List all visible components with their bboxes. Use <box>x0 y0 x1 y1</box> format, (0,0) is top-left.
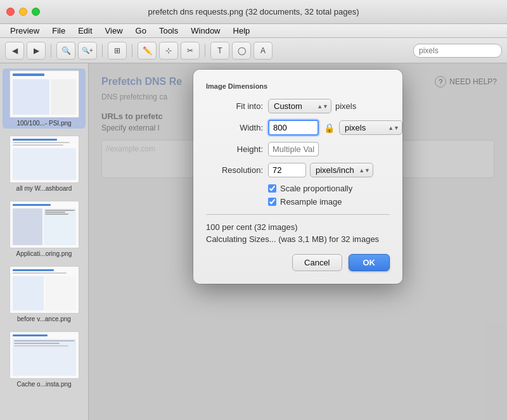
height-input[interactable] <box>268 142 319 156</box>
resolution-unit-select[interactable]: pixels/inch pixels/cm <box>310 163 373 177</box>
sidebar-item-4[interactable]: Cache o...insta.png <box>3 329 86 390</box>
thumbnail-2 <box>10 201 79 248</box>
width-label: Width: <box>206 123 263 132</box>
sidebar-label-4: Cache o...insta.png <box>16 381 71 388</box>
sidebar-label-3: before v...ance.png <box>17 315 71 322</box>
close-button[interactable] <box>6 8 15 16</box>
sidebar-label-2: Applicati...oring.png <box>16 250 72 257</box>
thumbnail-4 <box>10 331 79 379</box>
image-dimensions-dialog: Image Dimensions Fit into: Custom 640×48… <box>193 70 402 284</box>
resample-label: Resample image <box>280 197 342 207</box>
height-row: Height: <box>206 142 390 156</box>
back-button[interactable]: ◀ <box>5 42 24 60</box>
toolbar-separator-1 <box>51 44 51 57</box>
menu-preview[interactable]: Preview <box>5 25 44 36</box>
resolution-control: pixels/inch pixels/cm ▲▼ <box>268 163 390 177</box>
scale-checkbox[interactable] <box>268 184 276 193</box>
toolbar: ◀ ▶ 🔍 🔍+ ⊞ ✏️ ⊹ ✂ T ◯ A <box>0 38 507 63</box>
forward-button[interactable]: ▶ <box>27 42 46 60</box>
minimize-button[interactable] <box>19 8 27 16</box>
sidebar-label-1: all my W...ashboard <box>16 185 72 192</box>
sidebar-item-0[interactable]: 100/100...- PSI.png <box>3 68 86 129</box>
menu-window[interactable]: Window <box>186 25 225 36</box>
thumbnail-1 <box>10 136 79 183</box>
menu-edit[interactable]: Edit <box>73 25 97 36</box>
sidebar: 100/100...- PSI.png all my W...ashboard <box>0 63 89 420</box>
height-label: Height: <box>206 144 263 154</box>
menu-bar: Preview File Edit View Go Tools Window H… <box>0 24 507 38</box>
cancel-button[interactable]: Cancel <box>292 254 342 271</box>
search-box[interactable] <box>413 44 502 58</box>
resolution-unit-select-wrapper[interactable]: pixels/inch pixels/cm ▲▼ <box>310 163 373 177</box>
sidebar-item-1[interactable]: all my W...ashboard <box>3 134 86 194</box>
shapes-button[interactable]: ◯ <box>232 42 251 60</box>
resolution-row: Resolution: pixels/inch pixels/cm ▲▼ <box>206 163 390 177</box>
fit-into-row: Fit into: Custom 640×480 800×600 1024×76… <box>206 99 390 113</box>
fit-into-select[interactable]: Custom 640×480 800×600 1024×768 <box>268 99 331 113</box>
menu-file[interactable]: File <box>47 25 70 36</box>
width-control: 🔒 pixels inches cm ▲▼ <box>268 120 402 136</box>
ok-button[interactable]: OK <box>349 254 390 271</box>
main-layout: 100/100...- PSI.png all my W...ashboard <box>0 63 507 420</box>
scale-checkbox-row: Scale proportionally <box>268 184 390 193</box>
window-title: prefetch dns requests.png (32 documents,… <box>148 7 359 16</box>
fit-into-unit: pixels <box>335 101 356 111</box>
search-input[interactable] <box>419 46 496 55</box>
toolbar-separator-4 <box>205 44 205 57</box>
toolbar-separator-3 <box>132 44 132 57</box>
dialog-section-title: Image Dimensions <box>206 82 390 90</box>
zoom-out-button[interactable]: 🔍 <box>56 42 75 60</box>
thumbnail-0 <box>10 70 79 118</box>
sidebar-label-0: 100/100...- PSI.png <box>16 120 71 127</box>
crop-button[interactable]: ✂ <box>181 42 200 60</box>
text-button[interactable]: T <box>210 42 229 60</box>
menu-help[interactable]: Help <box>228 25 255 36</box>
height-control <box>268 142 390 156</box>
pen-button[interactable]: ✏️ <box>138 42 157 60</box>
resample-checkbox-row: Resample image <box>268 197 390 207</box>
menu-view[interactable]: View <box>100 25 128 36</box>
traffic-lights <box>6 8 40 16</box>
result-section: 100 per cent (32 images) Calculating Siz… <box>206 222 390 244</box>
width-unit-select[interactable]: pixels inches cm <box>339 120 402 135</box>
maximize-button[interactable] <box>32 8 40 16</box>
menu-tools[interactable]: Tools <box>154 25 183 36</box>
fit-into-control: Custom 640×480 800×600 1024×768 ▲▼ pixel… <box>268 99 390 113</box>
markup-button[interactable]: A <box>254 42 273 60</box>
zoom-in-button[interactable]: 🔍+ <box>78 42 97 60</box>
resolution-label: Resolution: <box>206 165 263 175</box>
sidebar-item-2[interactable]: Applicati...oring.png <box>3 199 86 259</box>
resolution-input[interactable] <box>268 163 306 177</box>
select-button[interactable]: ⊹ <box>159 42 178 60</box>
dialog-divider <box>206 214 390 215</box>
thumbnail-button[interactable]: ⊞ <box>108 42 127 60</box>
fit-into-select-wrapper[interactable]: Custom 640×480 800×600 1024×768 ▲▼ <box>268 99 331 113</box>
title-bar: prefetch dns requests.png (32 documents,… <box>0 0 507 24</box>
menu-go[interactable]: Go <box>131 25 151 36</box>
resample-checkbox[interactable] <box>268 198 276 206</box>
calc-text: Calculating Sizes... (was 3,1 MB) for 32… <box>206 234 390 244</box>
toolbar-separator-2 <box>102 44 103 57</box>
fit-into-label: Fit into: <box>206 101 263 111</box>
scale-label: Scale proportionally <box>280 184 352 193</box>
modal-overlay: Image Dimensions Fit into: Custom 640×48… <box>89 63 507 420</box>
width-unit-select-wrapper[interactable]: pixels inches cm ▲▼ <box>339 120 402 135</box>
result-text: 100 per cent (32 images) <box>206 222 390 232</box>
thumbnail-3 <box>10 266 79 314</box>
lock-icon[interactable]: 🔒 <box>323 121 335 135</box>
width-input[interactable] <box>268 120 319 136</box>
sidebar-item-3[interactable]: before v...ance.png <box>3 264 86 324</box>
content-area: Prefetch DNS Re DNS prefetching ca URLs … <box>89 63 507 420</box>
dialog-buttons: Cancel OK <box>206 254 390 271</box>
width-row: Width: 🔒 pixels inches cm ▲▼ <box>206 120 390 136</box>
